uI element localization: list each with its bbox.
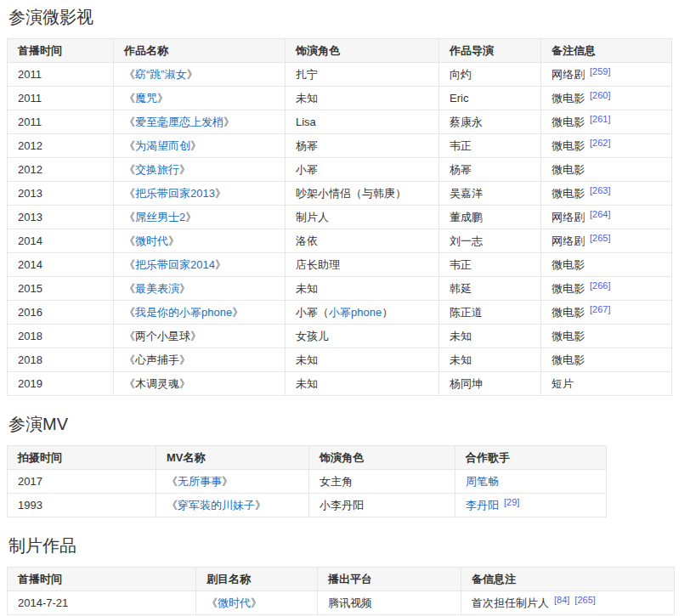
- wiki-link[interactable]: 周笔畅: [466, 475, 499, 488]
- reference-link[interactable]: [259]: [590, 66, 610, 76]
- cell-text: ）: [382, 306, 393, 319]
- table-cell: 《两个小星球》: [114, 325, 286, 348]
- column-header: 首播时间: [8, 39, 114, 63]
- table-cell: 微电影: [541, 325, 672, 348]
- table-cell: 《微时代》: [114, 229, 286, 253]
- wiki-link[interactable]: 交换旅行: [135, 163, 179, 176]
- table-cell: 未知: [439, 325, 541, 348]
- wiki-link[interactable]: 屌丝男士2: [135, 211, 185, 223]
- cell-text: 2016: [18, 306, 42, 319]
- cell-text: 2014-7-21: [18, 596, 68, 609]
- table-cell: 2011: [8, 87, 114, 110]
- column-header: 备注信息: [541, 39, 672, 63]
- table-cell: 2015: [8, 277, 114, 301]
- reference-link[interactable]: [263]: [590, 185, 610, 195]
- table-cell: 2016: [8, 301, 114, 325]
- wiki-link[interactable]: 微时代: [135, 235, 168, 247]
- column-header: 首播时间: [8, 568, 196, 591]
- cell-text: 微电影: [551, 306, 585, 319]
- cell-text: 微电影: [551, 92, 585, 105]
- table-cell: 未知: [286, 372, 439, 396]
- wiki-link[interactable]: 把乐带回家2014: [135, 258, 215, 271]
- section-produced-works: 制片作品 首播时间剧目名称播出平台备信息注2014-7-21《微时代》腾讯视频首…: [7, 535, 683, 615]
- reference-link[interactable]: [265]: [590, 233, 610, 243]
- wiki-link[interactable]: 为渴望而创: [135, 139, 190, 152]
- table-cell: 杨幂: [439, 158, 541, 182]
- wiki-link[interactable]: 微时代: [218, 596, 251, 609]
- cell-text: 》: [185, 211, 196, 223]
- table-row: 2011《魔咒》未知Eric微电影[260]: [8, 87, 672, 110]
- column-header: 饰演角色: [286, 39, 439, 63]
- table-cell: 网络剧[259]: [541, 63, 672, 87]
- table-cell: 2014: [8, 229, 114, 253]
- table-cell: 微电影[267]: [541, 301, 672, 325]
- cell-text: 》: [223, 116, 235, 128]
- wiki-link[interactable]: 无所事事: [178, 475, 222, 488]
- reference-link[interactable]: [264]: [590, 209, 610, 219]
- column-header: 拍摄时间: [8, 446, 156, 470]
- cell-text: 《: [124, 306, 135, 319]
- section-title-mv: 参演MV: [8, 414, 683, 434]
- wiki-link[interactable]: 魔咒: [135, 92, 157, 105]
- cell-text: 吴嘉洋: [450, 187, 483, 200]
- cell-text: 《: [167, 475, 178, 488]
- wiki-link[interactable]: 窈“跳”淑女: [135, 68, 187, 81]
- table-cell: 小幂: [286, 158, 439, 182]
- reference-link[interactable]: [261]: [590, 114, 610, 124]
- cell-text: 短片: [551, 377, 574, 390]
- reference-link[interactable]: [260]: [590, 90, 610, 100]
- cell-text: 腾讯视频: [328, 596, 372, 609]
- table-cell: 2014: [8, 253, 114, 277]
- cell-text: 《心声捕手》: [124, 353, 190, 366]
- cell-text: 》: [255, 499, 266, 511]
- cell-text: 刘一志: [450, 235, 483, 247]
- table-cell: 2013: [8, 182, 114, 206]
- table-cell: 女孩儿: [286, 325, 439, 348]
- wiki-link[interactable]: 爱至毫厘恋上发梢: [135, 116, 223, 128]
- wiki-link[interactable]: 小幂phone: [329, 306, 382, 319]
- reference-link[interactable]: [267]: [590, 304, 610, 314]
- cell-text: 2013: [18, 211, 42, 223]
- table-cell: 2012: [8, 158, 114, 182]
- reference-link[interactable]: [262]: [590, 138, 610, 148]
- wiki-link[interactable]: 穿军装的川妹子: [178, 499, 255, 511]
- reference-link[interactable]: [265]: [574, 595, 595, 605]
- table-cell: 《为渴望而创》: [114, 134, 286, 158]
- wiki-link[interactable]: 最美表演: [135, 282, 179, 295]
- table-cell: 杨幂: [286, 134, 439, 158]
- table-row: 2019《木调灵魂》未知杨同坤短片: [8, 372, 672, 396]
- wiki-link[interactable]: 把乐带回家2013: [135, 187, 215, 200]
- table-cell: 扎宁: [286, 63, 439, 87]
- table-row: 2015《最美表演》未知韩延微电影[266]: [8, 277, 672, 301]
- cell-text: 韦正: [450, 139, 472, 152]
- cell-text: 2012: [18, 163, 42, 176]
- table-row: 2017《无所事事》女主角周笔畅: [8, 470, 607, 494]
- column-header: 备信息注: [461, 568, 675, 591]
- cell-text: 微电影: [551, 187, 585, 200]
- table-cell: 未知: [286, 277, 439, 301]
- table-cell: 《爱至毫厘恋上发梢》: [114, 110, 286, 134]
- table-cell: 陈正道: [439, 301, 541, 325]
- table-cell: 2014-7-21: [8, 591, 196, 615]
- table-cell: 董成鹏: [439, 206, 541, 229]
- wiki-link[interactable]: 我是你的小幂phone: [135, 306, 232, 319]
- column-header: MV名称: [156, 446, 309, 470]
- wiki-link[interactable]: 李丹阳: [466, 499, 499, 511]
- header-row: 首播时间作品名称饰演角色作品导演备注信息: [8, 39, 672, 63]
- cell-text: 《: [124, 211, 135, 223]
- table-cell: 韦正: [439, 134, 541, 158]
- table-cell: 《微时代》: [196, 591, 318, 615]
- table-cell: 吴嘉洋: [439, 182, 541, 206]
- reference-link[interactable]: [84]: [554, 595, 569, 605]
- cell-text: 《: [124, 163, 135, 176]
- table-cell: 韩延: [439, 277, 541, 301]
- table-cell: 2013: [8, 206, 114, 229]
- reference-link[interactable]: [266]: [590, 280, 610, 291]
- reference-link[interactable]: [29]: [504, 497, 519, 507]
- cell-text: Lisa: [296, 116, 316, 128]
- table-cell: 微电影[260]: [541, 87, 672, 110]
- table-cell: 周笔畅: [455, 470, 607, 494]
- cell-text: 2014: [18, 235, 42, 247]
- table-cell: 2019: [8, 372, 114, 396]
- cell-text: 微电影: [551, 116, 585, 128]
